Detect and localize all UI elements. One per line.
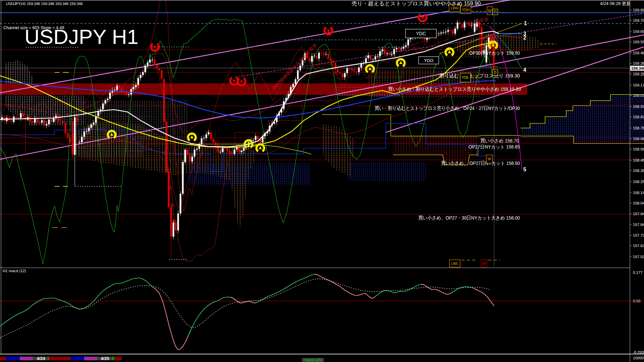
svg-text:4/24: 4/24 [37, 356, 45, 361]
svg-text:159.590: 159.590 [633, 40, 644, 44]
svg-text:W: W [488, 9, 492, 13]
svg-text:158.765: 158.765 [633, 126, 644, 130]
svg-text:157.840: 157.840 [633, 223, 644, 227]
svg-text:買い小さめ、 OP27日NYカット 158.50: 買い小さめ、 OP27日NYカット 158.50 [441, 160, 520, 166]
svg-text:158.250: 158.250 [633, 180, 644, 184]
svg-text:159.346: 159.346 [631, 66, 644, 70]
svg-text:4: 4 [523, 67, 526, 73]
svg-text:4/25: 4/25 [101, 356, 109, 361]
svg-text:OP30日NYカット 159.50: OP30日NYカット 159.50 [469, 50, 520, 56]
svg-text:159.280: 159.280 [633, 72, 644, 76]
svg-text:LWL: LWL [451, 261, 459, 265]
svg-text:159.895: 159.895 [633, 8, 644, 12]
svg-text:2: 2 [523, 35, 526, 41]
svg-text:159.485: 159.485 [633, 51, 644, 55]
svg-text:買い小さめ・割り込むとストップロス売りやや小さめ 159.1: 買い小さめ・割り込むとストップロス売りやや小さめ 159.10-20 [388, 86, 521, 92]
svg-text:Channel size = 603 Slope = 4.4: Channel size = 603 Slope = 4.48 [3, 25, 64, 30]
svg-text:5: 5 [523, 167, 526, 172]
svg-text:YDC: YDC [416, 31, 426, 36]
svg-text:0.177: 0.177 [633, 270, 643, 275]
svg-text:158.455: 158.455 [633, 158, 644, 162]
svg-text:158.870: 158.870 [633, 115, 644, 119]
svg-text:YDO: YDO [424, 58, 433, 63]
svg-text:157.735: 157.735 [633, 233, 644, 237]
svg-text:4/24 06:28 更新: 4/24 06:28 更新 [600, 1, 631, 6]
svg-text:159.385: 159.385 [633, 61, 644, 65]
svg-text:158.970: 158.970 [633, 105, 644, 109]
svg-text:157.635: 157.635 [633, 244, 644, 248]
svg-text:158.560: 158.560 [633, 147, 644, 151]
svg-text:OP27日NYカット 158.65: OP27日NYカット 158.65 [469, 144, 520, 149]
svg-text:USDJPY,H1 159.346 159.346 159: USDJPY,H1 159.346 159.346 159.346 159.34… [6, 2, 83, 6]
svg-text:10000: 10000 [633, 356, 644, 360]
svg-text:157.530: 157.530 [633, 255, 644, 259]
svg-text:159.075: 159.075 [633, 94, 644, 98]
svg-text:買い小さめ 158.70: 買い小さめ 158.70 [480, 138, 519, 143]
svg-text:LWH: LWH [451, 6, 459, 10]
svg-text:買い小さめ、OP27・30日NYカット大きめ 158.00: 買い小さめ、OP27・30日NYカット大きめ 158.00 [418, 215, 520, 221]
svg-text:-0.293: -0.293 [633, 350, 644, 354]
svg-text:W: W [488, 157, 491, 161]
svg-text:YDL: YDL [462, 75, 469, 79]
svg-text:買い・割り込むとストップロス売り小さめ、OP24・27日NY: 買い・割り込むとストップロス売り小さめ、OP24・27日NYカット/OP30 [375, 105, 520, 111]
svg-text:158.145: 158.145 [633, 191, 644, 195]
svg-text:D: D [494, 10, 497, 14]
svg-text:159.690: 159.690 [633, 29, 644, 34]
svg-text:157.940: 157.940 [633, 212, 644, 216]
svg-text:159.175: 159.175 [633, 83, 644, 87]
svg-text:H1 macd (12): H1 macd (12) [3, 269, 26, 273]
svg-text:M: M [483, 261, 486, 265]
svg-text:macd ON: macd ON [305, 358, 322, 362]
svg-text:158.355: 158.355 [633, 169, 644, 173]
svg-text:159.795: 159.795 [633, 18, 644, 22]
svg-text:158.045: 158.045 [633, 201, 644, 205]
svg-text:YDH: YDH [462, 8, 470, 12]
svg-text:売り・超えるとストップロス買いやや小さめ 159.90: 売り・超えるとストップロス買いやや小さめ 159.90 [352, 1, 481, 6]
svg-text:158.660: 158.660 [633, 137, 644, 141]
svg-text:D: D [494, 70, 496, 74]
